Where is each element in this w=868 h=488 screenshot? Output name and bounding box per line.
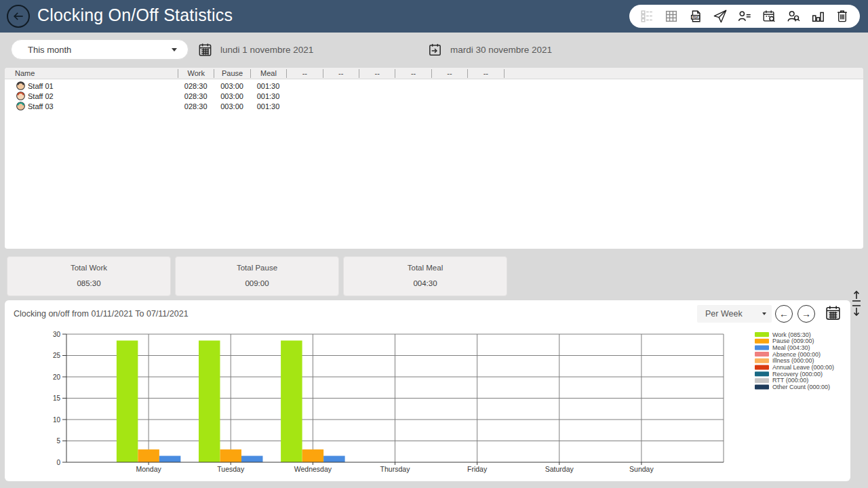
- staff-value-cell: 028:30: [178, 92, 214, 100]
- legend-swatch: [755, 378, 769, 383]
- y-tick-label: 30: [53, 331, 61, 338]
- toolbar: PDF: [629, 5, 860, 28]
- delete-icon[interactable]: [835, 9, 850, 24]
- chart-bar: [281, 340, 302, 462]
- staff-value-cell: 028:30: [178, 82, 214, 90]
- period-select-value: This month: [28, 45, 71, 55]
- column-header-meal[interactable]: Meal: [250, 69, 286, 78]
- scroll-up-button[interactable]: [850, 289, 863, 303]
- legend-swatch: [755, 365, 769, 370]
- y-tick-label: 5: [56, 437, 60, 445]
- chart-bar: [117, 340, 138, 462]
- chevron-down-icon: [172, 48, 177, 52]
- legend-swatch: [755, 352, 769, 357]
- legend-label: Meal (004:30): [772, 344, 810, 351]
- calendar-search-icon[interactable]: [762, 9, 776, 24]
- chart-period-select[interactable]: Per Week: [697, 305, 772, 323]
- card-label: Total Meal: [344, 264, 507, 272]
- staff-row[interactable]: Staff 01028:30003:00001:30: [5, 81, 863, 91]
- back-button[interactable]: [7, 5, 30, 28]
- total-meal-card: Total Meal 004:30: [343, 256, 507, 296]
- start-date-group[interactable]: lundi 1 novembre 2021: [197, 39, 313, 60]
- column-header-blank-5[interactable]: --: [323, 69, 359, 78]
- staff-value-cell: 003:00: [214, 102, 250, 110]
- x-tick-label: Sunday: [629, 465, 654, 473]
- chart-bar: [199, 340, 220, 462]
- column-separator: [504, 69, 505, 78]
- export-pdf-icon[interactable]: PDF: [688, 9, 703, 24]
- send-icon[interactable]: [713, 9, 728, 24]
- card-label: Total Pause: [176, 264, 338, 272]
- x-tick-label: Thursday: [380, 465, 411, 473]
- card-value: 004:30: [344, 279, 507, 287]
- legend-label: Recovery (000:00): [772, 371, 823, 378]
- staff-value-cell: 028:30: [178, 102, 214, 110]
- staff-name-cell: Staff 02: [5, 92, 178, 100]
- back-arrow-icon: [12, 9, 25, 23]
- staff-avatar-icon: [16, 81, 25, 90]
- legend-label: RTT (000:00): [772, 377, 808, 384]
- legend-label: Other Count (000:00): [772, 384, 830, 390]
- chart-bar: [323, 456, 345, 462]
- card-value: 085:30: [7, 279, 170, 287]
- staff-details-icon[interactable]: [737, 9, 752, 24]
- previous-week-button[interactable]: ←: [775, 305, 793, 323]
- app-header: Clocking On/Off Statistics PDF: [0, 0, 868, 33]
- staff-avatar-icon: [16, 92, 25, 100]
- chart-calendar-button[interactable]: [825, 304, 842, 321]
- legend-label: Illness (000:00): [772, 357, 814, 364]
- staff-search-icon[interactable]: [786, 9, 801, 24]
- export-table-icon[interactable]: [664, 9, 679, 24]
- staff-value-cell: 003:00: [214, 92, 250, 100]
- chart-panel: 051015202530MondayTuesdayWednesdayThursd…: [5, 300, 850, 481]
- chart-bar: [220, 449, 242, 462]
- staff-value-cell: 003:00: [214, 82, 250, 90]
- column-header-work[interactable]: Work: [178, 69, 214, 78]
- column-header-blank-9[interactable]: --: [467, 69, 503, 78]
- scroll-buttons: [850, 289, 864, 317]
- calendar-icon: [197, 42, 213, 58]
- period-select[interactable]: This month: [11, 39, 189, 60]
- next-week-button[interactable]: →: [797, 305, 815, 323]
- column-header-name[interactable]: Name: [5, 69, 178, 77]
- x-tick-label: Tuesday: [217, 465, 245, 473]
- staff-table: NameWorkPauseMeal------------ Staff 0102…: [5, 68, 863, 249]
- y-tick-label: 0: [56, 459, 60, 466]
- staff-name-cell: Staff 03: [5, 102, 178, 110]
- card-label: Total Work: [7, 264, 170, 272]
- column-header-blank-6[interactable]: --: [359, 69, 395, 78]
- export-list-icon[interactable]: [639, 9, 654, 24]
- chart-bar: [159, 456, 181, 462]
- statistics-icon[interactable]: [810, 9, 825, 24]
- end-date-group[interactable]: mardi 30 novembre 2021: [427, 39, 552, 60]
- column-header-blank-4[interactable]: --: [286, 69, 322, 78]
- staff-row[interactable]: Staff 02028:30003:00001:30: [5, 91, 863, 101]
- end-date-label: mardi 30 novembre 2021: [450, 45, 552, 55]
- svg-text:PDF: PDF: [692, 16, 698, 19]
- legend-swatch: [755, 345, 769, 350]
- y-tick-label: 15: [53, 394, 61, 402]
- staff-value-cell: 001:30: [250, 82, 286, 90]
- total-pause-card: Total Pause 009:00: [175, 256, 339, 296]
- total-work-card: Total Work 085:30: [7, 256, 171, 296]
- column-header-blank-8[interactable]: --: [431, 69, 467, 78]
- y-tick-label: 25: [53, 352, 61, 359]
- chart-period-value: Per Week: [705, 309, 743, 319]
- column-header-blank-7[interactable]: --: [395, 69, 431, 78]
- legend-swatch: [755, 359, 769, 363]
- chart-bar: [302, 449, 324, 462]
- start-date-label: lundi 1 novembre 2021: [220, 45, 313, 55]
- column-header-pause[interactable]: Pause: [214, 69, 250, 78]
- y-tick-label: 10: [53, 416, 61, 424]
- x-tick-label: Monday: [136, 465, 161, 473]
- x-tick-label: Saturday: [545, 465, 574, 473]
- staff-value-cell: 001:30: [250, 102, 286, 110]
- x-tick-label: Wednesday: [294, 465, 332, 473]
- chart-title: Clocking on/off from 01/11/2021 To 07/11…: [14, 309, 189, 319]
- chevron-down-icon: [762, 312, 766, 315]
- legend-label: Pause (009:00): [772, 338, 814, 344]
- table-body: Staff 01028:30003:00001:30Staff 02028:30…: [5, 79, 863, 111]
- staff-avatar-icon: [16, 102, 25, 110]
- scroll-down-button[interactable]: [850, 304, 863, 317]
- staff-row[interactable]: Staff 03028:30003:00001:30: [5, 101, 863, 111]
